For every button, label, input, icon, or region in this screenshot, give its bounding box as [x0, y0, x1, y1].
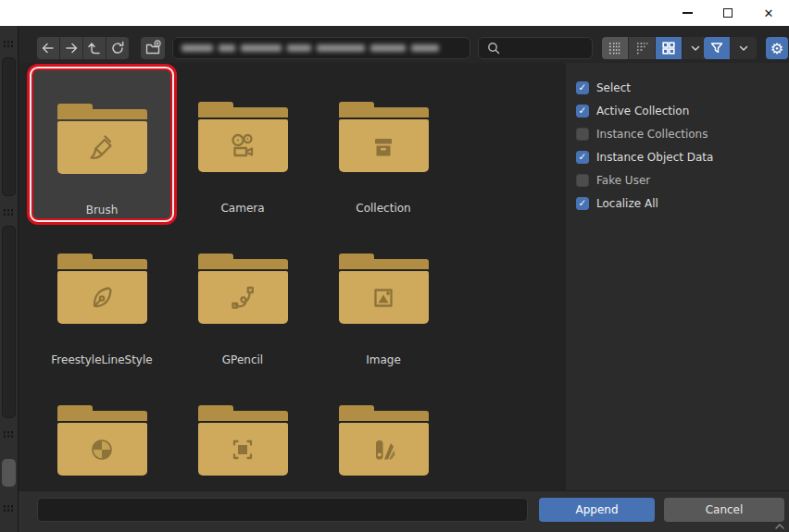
file-tile-palette[interactable] — [313, 372, 454, 490]
tile-label: Brush — [86, 204, 119, 217]
checkbox-icon — [576, 81, 589, 94]
gear-icon: ⚙ — [770, 40, 783, 57]
navigation-buttons — [37, 37, 129, 59]
collapsed-slider[interactable] — [2, 459, 16, 487]
checkbox-icon — [576, 105, 589, 118]
create-new-directory-button[interactable] — [141, 37, 165, 59]
camera-icon — [224, 128, 261, 165]
camera-folder-icon — [198, 102, 288, 172]
panel-grip-icon[interactable] — [3, 429, 15, 438]
file-tile-camera[interactable]: Camera — [172, 68, 313, 220]
file-browser-toolbar: ⚙ — [19, 26, 789, 63]
material-folder-icon — [57, 405, 147, 476]
checkbox-instance-collections[interactable]: Instance Collections — [576, 122, 789, 145]
filename-input[interactable] — [37, 498, 528, 522]
checkbox-label: Instance Object Data — [596, 151, 713, 164]
brush-folder-icon — [57, 104, 147, 174]
refresh-button[interactable] — [106, 37, 129, 59]
minimize-icon — [683, 12, 693, 14]
corner-resize-caret-icon[interactable] — [774, 523, 785, 530]
left-panel-strip — [0, 26, 19, 532]
display-mode-buttons — [602, 37, 708, 59]
file-tile-gpencil[interactable]: GPencil — [172, 220, 313, 372]
file-tile-material[interactable] — [31, 372, 172, 490]
back-arrow-icon — [40, 40, 56, 56]
checkbox-icon — [576, 197, 589, 210]
checkbox-select[interactable]: Select — [576, 76, 789, 99]
file-tile-collection[interactable]: Collection — [313, 68, 454, 220]
checkbox-icon — [576, 174, 589, 187]
search-field[interactable] — [478, 37, 593, 59]
tile-label: Collection — [356, 202, 410, 215]
parent-directory-button[interactable] — [83, 37, 106, 59]
append-options-panel: Select Active Collection Instance Collec… — [566, 63, 789, 490]
filter-button[interactable] — [704, 37, 730, 59]
file-tile-object[interactable] — [172, 372, 313, 490]
filter-dropdown-button[interactable] — [731, 37, 757, 59]
maximize-button[interactable] — [708, 0, 748, 26]
chevron-down-icon — [737, 42, 750, 55]
tile-label: FreestyleLineStyle — [51, 353, 152, 366]
collection-folder-icon — [339, 102, 429, 172]
checkbox-instance-object-data[interactable]: Instance Object Data — [576, 145, 789, 168]
collapsed-panel — [2, 57, 16, 196]
filter-funnel-icon — [708, 40, 725, 56]
panel-grip-icon[interactable] — [3, 207, 15, 216]
cancel-button[interactable]: Cancel — [664, 498, 784, 522]
display-mode-thumbnails-button[interactable] — [656, 37, 682, 59]
file-tile-freestylelinestyle[interactable]: FreestyleLineStyle — [31, 220, 172, 372]
back-button[interactable] — [37, 37, 59, 59]
image-folder-icon — [339, 254, 429, 324]
file-tiles: Brush Camera — [31, 68, 550, 490]
blurred-path-text — [173, 44, 439, 52]
checkbox-label: Instance Collections — [596, 128, 708, 141]
settings-button[interactable]: ⚙ — [766, 37, 788, 59]
grease-pencil-icon — [224, 279, 261, 316]
vertical-list-icon — [607, 40, 623, 56]
collapsed-panel — [2, 226, 16, 418]
collection-box-icon — [365, 128, 402, 165]
execution-bar: Append Cancel — [19, 490, 789, 532]
pen-nib-icon — [83, 279, 120, 316]
refresh-icon — [109, 40, 126, 56]
window-titlebar: ✕ — [0, 0, 789, 26]
gpencil-folder-icon — [198, 254, 288, 324]
checkbox-fake-user[interactable]: Fake User — [576, 168, 789, 192]
freestyle-folder-icon — [57, 254, 147, 324]
file-tile-image[interactable]: Image — [313, 220, 454, 372]
close-button[interactable]: ✕ — [748, 0, 789, 26]
checkbox-label: Fake User — [596, 174, 650, 187]
horizontal-list-icon — [633, 40, 650, 56]
panel-grip-icon[interactable] — [3, 39, 15, 47]
append-button[interactable]: Append — [539, 498, 655, 522]
minimize-button[interactable] — [667, 0, 708, 26]
checkbox-localize-all[interactable]: Localize All — [576, 192, 789, 215]
checkbox-label: Localize All — [596, 197, 658, 210]
tile-label: Image — [366, 353, 401, 366]
forward-button[interactable] — [60, 37, 82, 59]
file-path-field[interactable] — [172, 37, 470, 59]
image-icon — [365, 279, 402, 316]
close-icon: ✕ — [764, 7, 774, 19]
tile-label: Camera — [220, 202, 264, 215]
file-tile-brush[interactable]: Brush — [31, 68, 172, 220]
checkbox-label: Active Collection — [596, 105, 689, 118]
tile-label: GPencil — [222, 353, 263, 366]
checkbox-active-collection[interactable]: Active Collection — [576, 99, 789, 122]
palette-swatches-icon — [365, 431, 402, 468]
display-mode-horizontal-list-button[interactable] — [629, 37, 655, 59]
material-sphere-icon — [83, 431, 120, 468]
palette-folder-icon — [339, 405, 429, 476]
checkbox-icon — [576, 128, 589, 141]
checkbox-label: Select — [596, 81, 631, 94]
forward-arrow-icon — [63, 40, 80, 56]
checkbox-icon — [576, 151, 589, 164]
up-arrow-icon — [86, 40, 103, 56]
thumbnails-grid-icon — [660, 40, 677, 56]
panel-grip-icon[interactable] — [3, 503, 15, 512]
new-folder-icon — [144, 40, 161, 56]
chevron-down-icon — [689, 42, 702, 55]
display-mode-vertical-list-button[interactable] — [602, 37, 628, 59]
blender-append-file-browser: ✕ — [0, 0, 789, 532]
window-controls: ✕ — [667, 0, 789, 26]
